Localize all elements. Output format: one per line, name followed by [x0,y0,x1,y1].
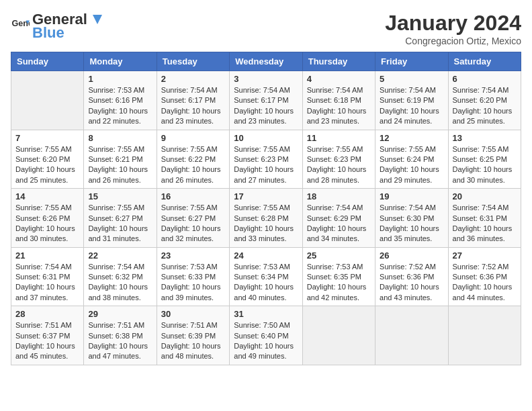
cell-text: Sunset: 6:39 PM [161,331,225,341]
cell-text: Sunrise: 7:53 AM [234,262,298,272]
cell-text: Daylight: 10 hours [88,165,152,175]
cell-text: Sunset: 6:29 PM [307,214,371,224]
cell-text: Sunrise: 7:54 AM [234,85,298,95]
cell-text: Daylight: 10 hours [380,165,443,175]
cell-text: Sunset: 6:37 PM [15,331,79,341]
cell-text: Sunrise: 7:55 AM [234,144,298,154]
cell-text: Sunrise: 7:55 AM [161,203,225,213]
cell-text: Sunrise: 7:53 AM [161,262,225,272]
calendar-cell: 10Sunrise: 7:55 AMSunset: 6:23 PMDayligh… [230,130,302,189]
cell-text: Sunset: 6:24 PM [380,154,443,165]
cell-text: Sunrise: 7:53 AM [88,85,152,95]
calendar-cell: 8Sunrise: 7:55 AMSunset: 6:21 PMDaylight… [84,130,157,189]
cell-text: Daylight: 10 hours [453,165,517,175]
cell-text: Daylight: 10 hours [234,224,298,234]
cell-text: and 49 minutes. [234,351,298,361]
cell-text: and 30 minutes. [453,175,517,185]
day-number: 12 [380,133,443,143]
day-number: 21 [15,250,79,261]
cell-text: and 32 minutes. [161,234,225,244]
calendar-cell: 23Sunrise: 7:53 AMSunset: 6:33 PMDayligh… [157,247,229,306]
cell-text: and 33 minutes. [234,234,298,244]
calendar-week-2: 7Sunrise: 7:55 AMSunset: 6:20 PMDaylight… [11,130,521,189]
cell-text: Sunset: 6:31 PM [453,214,517,224]
cell-text: Sunset: 6:30 PM [380,214,443,224]
day-number: 11 [307,133,371,143]
cell-text: Daylight: 10 hours [161,282,225,292]
calendar-cell: 7Sunrise: 7:55 AMSunset: 6:20 PMDaylight… [11,130,84,189]
cell-text: Sunset: 6:34 PM [234,272,298,282]
column-header-sunday: Sunday [11,52,84,71]
calendar-cell: 26Sunrise: 7:52 AMSunset: 6:36 PMDayligh… [375,247,448,306]
calendar-cell: 13Sunrise: 7:55 AMSunset: 6:25 PMDayligh… [448,130,521,189]
cell-text: Sunset: 6:33 PM [161,272,225,282]
cell-text: Sunset: 6:35 PM [307,272,371,282]
cell-text: Daylight: 10 hours [88,341,152,351]
day-number: 7 [15,133,79,143]
cell-text: Daylight: 10 hours [161,224,225,234]
calendar-cell: 1Sunrise: 7:53 AMSunset: 6:16 PMDaylight… [84,71,157,130]
cell-text: and 25 minutes. [15,175,79,185]
cell-text: Sunset: 6:19 PM [380,95,443,105]
calendar-cell: 25Sunrise: 7:53 AMSunset: 6:35 PMDayligh… [302,247,375,306]
cell-text: Sunrise: 7:55 AM [307,144,371,154]
cell-text: and 23 minutes. [307,116,371,126]
logo-triangle-icon [87,12,102,27]
cell-text: Sunrise: 7:54 AM [161,85,225,95]
cell-text: Sunrise: 7:54 AM [380,85,443,95]
cell-text: and 24 minutes. [380,116,443,126]
calendar-cell: 3Sunrise: 7:54 AMSunset: 6:17 PMDaylight… [230,71,302,130]
cell-text: Sunrise: 7:53 AM [307,262,371,272]
cell-text: and 39 minutes. [161,293,225,303]
calendar-cell [302,306,375,365]
cell-text: Daylight: 10 hours [307,165,371,175]
cell-text: Sunset: 6:16 PM [88,95,152,105]
cell-text: Sunset: 6:28 PM [234,214,298,224]
calendar-week-1: 1Sunrise: 7:53 AMSunset: 6:16 PMDaylight… [11,71,521,130]
column-header-monday: Monday [84,52,157,71]
cell-text: Daylight: 10 hours [307,282,371,292]
cell-text: Daylight: 10 hours [453,224,517,234]
cell-text: Sunrise: 7:54 AM [88,262,152,272]
cell-text: Sunset: 6:23 PM [234,154,298,165]
cell-text: Sunrise: 7:55 AM [15,203,79,213]
cell-text: Sunset: 6:21 PM [88,154,152,165]
cell-text: and 25 minutes. [453,116,517,126]
cell-text: Daylight: 10 hours [88,282,152,292]
cell-text: Daylight: 10 hours [88,106,152,116]
cell-text: Sunset: 6:17 PM [234,95,298,105]
day-number: 3 [234,74,298,84]
cell-text: Sunrise: 7:51 AM [15,320,79,330]
cell-text: Sunrise: 7:55 AM [88,203,152,213]
day-number: 5 [380,74,443,84]
day-number: 22 [88,250,152,261]
calendar-week-5: 28Sunrise: 7:51 AMSunset: 6:37 PMDayligh… [11,306,521,365]
cell-text: and 26 minutes. [161,175,225,185]
calendar-cell: 24Sunrise: 7:53 AMSunset: 6:34 PMDayligh… [230,247,302,306]
day-number: 20 [453,191,517,201]
calendar-cell: 21Sunrise: 7:54 AMSunset: 6:31 PMDayligh… [11,247,84,306]
calendar-cell: 28Sunrise: 7:51 AMSunset: 6:37 PMDayligh… [11,306,84,365]
cell-text: Sunrise: 7:55 AM [234,203,298,213]
cell-text: and 31 minutes. [88,234,152,244]
cell-text: Daylight: 10 hours [234,106,298,116]
calendar-week-3: 14Sunrise: 7:55 AMSunset: 6:26 PMDayligh… [11,189,521,248]
cell-text: Daylight: 10 hours [234,341,298,351]
cell-text: Sunset: 6:20 PM [453,95,517,105]
month-year-title: January 2024 [385,11,521,36]
cell-text: Daylight: 10 hours [380,282,443,292]
day-number: 30 [161,309,225,319]
calendar-cell: 11Sunrise: 7:55 AMSunset: 6:23 PMDayligh… [302,130,375,189]
cell-text: Sunset: 6:25 PM [453,154,517,165]
cell-text: Sunset: 6:20 PM [15,154,79,165]
day-number: 2 [161,74,225,84]
cell-text: and 27 minutes. [234,175,298,185]
cell-text: and 26 minutes. [88,175,152,185]
day-number: 18 [307,191,371,201]
cell-text: Daylight: 10 hours [453,106,517,116]
logo: General General Blue [11,11,102,42]
cell-text: Sunrise: 7:55 AM [88,144,152,154]
cell-text: Daylight: 10 hours [234,165,298,175]
cell-text: Daylight: 10 hours [88,224,152,234]
day-number: 1 [88,74,152,84]
